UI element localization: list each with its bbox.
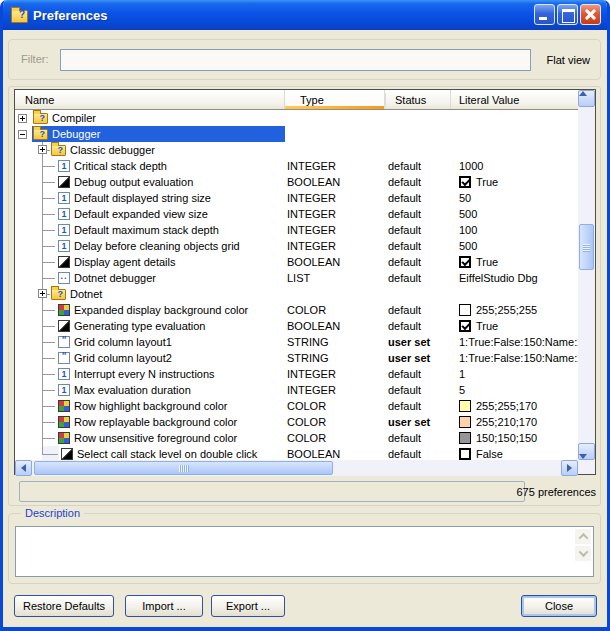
window-title: Preferences	[33, 8, 107, 23]
boolean-type-icon	[58, 256, 70, 268]
status-cell: user set	[385, 350, 451, 366]
tree-row[interactable]: Generating type evaluationBOOLEANdefault…	[15, 318, 578, 334]
tree-row[interactable]: Classic debugger	[15, 142, 578, 158]
tree-row[interactable]: Display agent detailsBOOLEANdefaultTrue	[15, 254, 578, 270]
boolean-type-icon	[61, 448, 73, 460]
status-cell: default	[385, 446, 451, 460]
tree-row[interactable]: Delay before cleaning objects gridINTEGE…	[15, 238, 578, 254]
scroll-up-button[interactable]	[578, 90, 595, 107]
tree-row[interactable]: Row unsensitive foreground colorCOLORdef…	[15, 430, 578, 446]
tree-rows: CompilerDebuggerClassic debuggerCritical…	[15, 110, 578, 460]
dialog-body: Filter: Flat view Name Type Status Liter…	[3, 30, 607, 627]
literal-value-cell: 1:True:False:150:Name:2:	[451, 350, 578, 366]
row-label: Debug output evaluation	[74, 176, 193, 188]
integer-type-icon	[58, 368, 70, 380]
tree-connector	[42, 430, 56, 446]
color-swatch	[459, 400, 471, 412]
tree-connector	[42, 190, 56, 206]
export-button[interactable]: Export ...	[211, 595, 285, 617]
checkbox-icon[interactable]	[459, 448, 471, 460]
literal-value-cell: 255;255;170	[451, 398, 578, 414]
expand-icon[interactable]	[18, 114, 27, 123]
preferences-panel: Name Type Status Literal Value CompilerD…	[8, 86, 601, 506]
name-cell: Dotnet debugger	[15, 270, 285, 286]
description-box[interactable]	[15, 526, 594, 577]
tree-row[interactable]: Compiler	[15, 110, 578, 126]
titlebar[interactable]: Preferences	[3, 0, 607, 30]
scroll-left-button[interactable]	[15, 460, 32, 476]
maximize-button[interactable]	[557, 4, 578, 25]
scroll-right-button[interactable]	[561, 460, 578, 476]
literal-text: 1:True:False:150:Name:2:	[459, 336, 578, 348]
row-label: Compiler	[52, 112, 96, 124]
vertical-scrollbar[interactable]	[578, 90, 595, 460]
type-cell: INTEGER	[285, 158, 385, 174]
horizontal-scrollbar[interactable]	[15, 460, 578, 476]
restore-defaults-button[interactable]: Restore Defaults	[14, 595, 114, 617]
name-cell: Generating type evaluation	[15, 318, 285, 334]
expand-icon[interactable]	[38, 145, 47, 154]
tree-row[interactable]: Select call stack level on double clickB…	[15, 446, 578, 460]
list-type-icon	[58, 272, 70, 284]
expand-icon[interactable]	[38, 289, 47, 298]
literal-value-cell	[451, 142, 578, 158]
close-button[interactable]	[580, 4, 601, 25]
status-cell: default	[385, 206, 451, 222]
horizontal-scroll-track[interactable]	[32, 460, 561, 476]
tree-row[interactable]: Debugger	[15, 126, 578, 142]
tree-row[interactable]: Max evaluation durationINTEGERdefault5	[15, 382, 578, 398]
type-cell: BOOLEAN	[285, 254, 385, 270]
tree-row[interactable]: Dotnet	[15, 286, 578, 302]
description-scroll-down-button[interactable]	[575, 546, 591, 561]
tree-row[interactable]: Default displayed string sizeINTEGERdefa…	[15, 190, 578, 206]
import-button[interactable]: Import ...	[125, 595, 203, 617]
literal-value-cell: 255;255;255	[451, 302, 578, 318]
tree-row[interactable]: Debug output evaluationBOOLEANdefaultTru…	[15, 174, 578, 190]
close-dialog-button[interactable]: Close	[521, 595, 597, 617]
tree-row[interactable]: Interrupt every N instructionsINTEGERdef…	[15, 366, 578, 382]
tree-row[interactable]: Grid column layout1STRINGuser set1:True:…	[15, 334, 578, 350]
status-cell: default	[385, 382, 451, 398]
description-scroll-up-button[interactable]	[575, 529, 591, 544]
status-cell	[385, 126, 451, 142]
literal-value-cell: 1000	[451, 158, 578, 174]
integer-type-icon	[58, 208, 70, 220]
status-cell: default	[385, 254, 451, 270]
column-header-name[interactable]: Name	[15, 90, 285, 109]
checkbox-icon[interactable]	[459, 176, 471, 188]
minimize-button[interactable]	[534, 4, 555, 25]
horizontal-scroll-thumb[interactable]	[34, 461, 333, 475]
collapse-icon[interactable]	[18, 130, 27, 139]
row-label: Expanded display background color	[74, 304, 248, 316]
filter-input[interactable]	[60, 49, 531, 71]
type-cell	[285, 286, 385, 302]
tree-row[interactable]: Row replayable background colorCOLORuser…	[15, 414, 578, 430]
checkbox-icon[interactable]	[459, 320, 471, 332]
chevron-down-icon	[578, 547, 588, 557]
vertical-scroll-thumb[interactable]	[579, 224, 594, 270]
name-cell: Debug output evaluation	[15, 174, 285, 190]
flat-view-button[interactable]: Flat view	[547, 54, 590, 66]
tree-row[interactable]: Grid column layout2STRINGuser set1:True:…	[15, 350, 578, 366]
row-label: Debugger	[52, 128, 100, 140]
column-header-type[interactable]: Type	[285, 90, 385, 109]
scroll-down-button[interactable]	[578, 443, 595, 460]
tree-row[interactable]: Expanded display background colorCOLORde…	[15, 302, 578, 318]
tree-row[interactable]: Critical stack depthINTEGERdefault1000	[15, 158, 578, 174]
row-label: Row highlight background color	[74, 400, 227, 412]
tree-row[interactable]: Default maximum stack depthINTEGERdefaul…	[15, 222, 578, 238]
tree-row[interactable]: Default expanded view sizeINTEGERdefault…	[15, 206, 578, 222]
tree-row[interactable]: Dotnet debuggerLISTdefaultEiffelStudio D…	[15, 270, 578, 286]
tree-row[interactable]: Row highlight background colorCOLORdefau…	[15, 398, 578, 414]
tree-connector	[42, 398, 56, 414]
tree-connector	[42, 270, 56, 286]
status-cell: default	[385, 222, 451, 238]
literal-text: 255;210;170	[476, 416, 537, 428]
column-header-status[interactable]: Status	[385, 90, 451, 109]
type-cell	[285, 126, 385, 142]
scrollbar-corner	[578, 460, 595, 474]
checkbox-icon[interactable]	[459, 256, 471, 268]
column-header-literal-value[interactable]: Literal Value	[451, 90, 578, 109]
preferences-count: 675 preferences	[517, 486, 597, 498]
literal-text: 500	[459, 240, 477, 252]
